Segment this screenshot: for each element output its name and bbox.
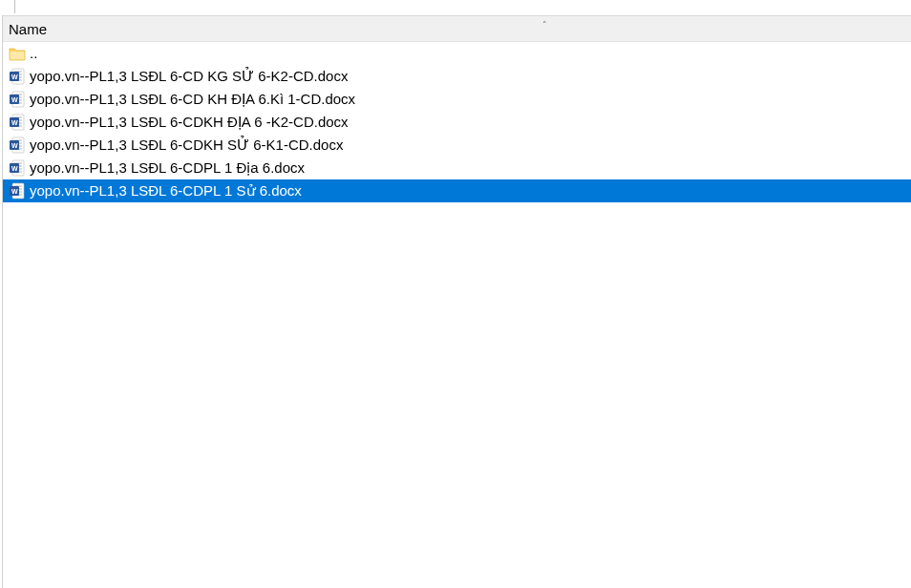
file-name: yopo.vn--PL1,3 LSĐL 6-CDKH SỬ 6-K1-CD.do… [30, 134, 343, 157]
file-name: yopo.vn--PL1,3 LSĐL 6-CDPL 1 Sử 6.docx [30, 179, 302, 202]
file-name: yopo.vn--PL1,3 LSĐL 6-CD KG SỬ 6-K2-CD.d… [30, 65, 348, 88]
sort-ascending-icon: ˄ [542, 20, 547, 30]
parent-folder-row[interactable]: .. [3, 42, 911, 65]
file-name: .. [30, 42, 37, 65]
word-doc-icon [9, 114, 26, 131]
file-list: ..yopo.vn--PL1,3 LSĐL 6-CD KG SỬ 6-K2-CD… [3, 42, 911, 202]
file-row[interactable]: yopo.vn--PL1,3 LSĐL 6-CD KG SỬ 6-K2-CD.d… [3, 65, 911, 88]
file-pane: Name ˄ ..yopo.vn--PL1,3 LSĐL 6-CD KG SỬ … [2, 15, 911, 588]
file-row[interactable]: yopo.vn--PL1,3 LSĐL 6-CDPL 1 Địa 6.docx [3, 157, 911, 179]
column-header-row[interactable]: Name ˄ [3, 15, 911, 42]
file-name: yopo.vn--PL1,3 LSĐL 6-CDPL 1 Địa 6.docx [30, 157, 305, 179]
file-name: yopo.vn--PL1,3 LSĐL 6-CD KH ĐỊA 6.Kì 1-C… [30, 88, 355, 111]
column-header-name[interactable]: Name [9, 21, 47, 37]
word-doc-icon [9, 182, 26, 200]
file-row[interactable]: yopo.vn--PL1,3 LSĐL 6-CDKH SỬ 6-K1-CD.do… [3, 134, 911, 157]
word-doc-icon [9, 68, 26, 85]
word-doc-icon [9, 91, 26, 108]
word-doc-icon [9, 136, 26, 154]
divider-marker [14, 0, 15, 13]
file-name: yopo.vn--PL1,3 LSĐL 6-CDKH ĐỊA 6 -K2-CD.… [30, 111, 349, 134]
file-row[interactable]: yopo.vn--PL1,3 LSĐL 6-CDPL 1 Sử 6.docx [3, 179, 911, 202]
file-row[interactable]: yopo.vn--PL1,3 LSĐL 6-CD KH ĐỊA 6.Kì 1-C… [3, 88, 911, 111]
folder-icon [9, 45, 26, 62]
file-row[interactable]: yopo.vn--PL1,3 LSĐL 6-CDKH ĐỊA 6 -K2-CD.… [3, 111, 911, 134]
word-doc-icon [9, 159, 26, 177]
